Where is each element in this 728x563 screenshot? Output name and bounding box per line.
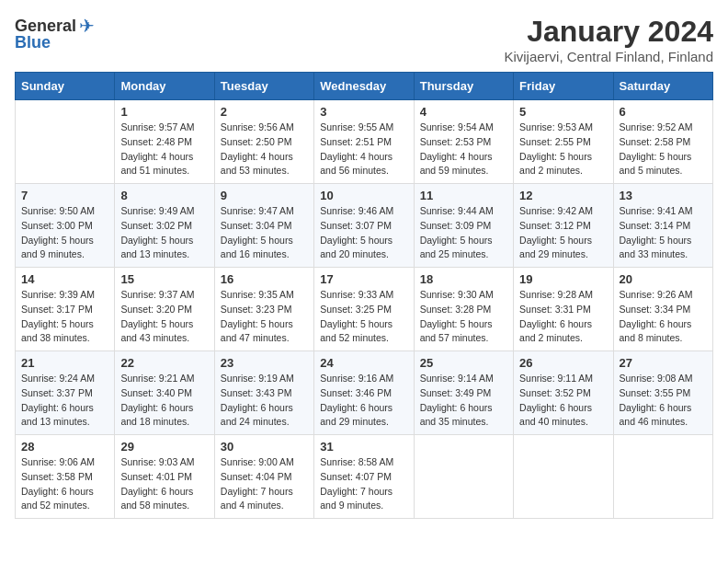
day-info: Sunrise: 9:30 AMSunset: 3:28 PMDaylight:… <box>420 288 507 346</box>
day-info: Sunrise: 9:55 AMSunset: 2:51 PMDaylight:… <box>320 121 407 178</box>
day-info: Sunrise: 9:56 AMSunset: 2:50 PMDaylight:… <box>221 121 308 178</box>
days-header-row: SundayMondayTuesdayWednesdayThursdayFrid… <box>16 73 713 100</box>
day-number: 15 <box>120 272 208 286</box>
calendar-cell: 13Sunrise: 9:41 AMSunset: 3:14 PMDayligh… <box>613 184 712 268</box>
day-number: 13 <box>620 189 707 202</box>
day-info: Sunrise: 9:08 AMSunset: 3:55 PMDaylight:… <box>620 372 707 430</box>
day-info: Sunrise: 9:35 AMSunset: 3:23 PMDaylight:… <box>221 288 308 346</box>
day-info: Sunrise: 9:16 AMSunset: 3:46 PMDaylight:… <box>320 372 407 430</box>
calendar-cell <box>414 435 513 519</box>
calendar-cell: 28Sunrise: 9:06 AMSunset: 3:58 PMDayligh… <box>16 435 115 519</box>
day-info: Sunrise: 9:37 AMSunset: 3:20 PMDaylight:… <box>120 288 208 346</box>
calendar-header: SundayMondayTuesdayWednesdayThursdayFrid… <box>16 73 713 100</box>
day-info: Sunrise: 9:39 AMSunset: 3:17 PMDaylight:… <box>21 288 108 346</box>
day-info: Sunrise: 9:54 AMSunset: 2:53 PMDaylight:… <box>420 121 507 178</box>
calendar-body: 1Sunrise: 9:57 AMSunset: 2:48 PMDaylight… <box>16 100 713 519</box>
day-info: Sunrise: 9:47 AMSunset: 3:04 PMDaylight:… <box>221 204 308 262</box>
day-info: Sunrise: 9:24 AMSunset: 3:37 PMDaylight:… <box>21 372 108 430</box>
calendar-cell <box>514 435 613 519</box>
calendar-subtitle: Kivijaervi, Central Finland, Finland <box>504 49 713 64</box>
day-info: Sunrise: 9:06 AMSunset: 3:58 PMDaylight:… <box>21 455 108 513</box>
day-number: 3 <box>320 105 407 119</box>
calendar-cell: 27Sunrise: 9:08 AMSunset: 3:55 PMDayligh… <box>613 351 712 435</box>
calendar-cell: 25Sunrise: 9:14 AMSunset: 3:49 PMDayligh… <box>414 351 513 435</box>
day-info: Sunrise: 9:41 AMSunset: 3:14 PMDaylight:… <box>620 204 707 262</box>
day-header-friday: Friday <box>514 73 613 100</box>
day-number: 2 <box>221 105 308 119</box>
title-area: January 2024 Kivijaervi, Central Finland… <box>504 15 713 64</box>
day-header-sunday: Sunday <box>16 73 115 100</box>
day-number: 23 <box>221 356 308 370</box>
day-info: Sunrise: 9:49 AMSunset: 3:02 PMDaylight:… <box>120 204 208 262</box>
day-header-thursday: Thursday <box>414 73 513 100</box>
day-info: Sunrise: 9:03 AMSunset: 4:01 PMDaylight:… <box>120 455 208 513</box>
day-info: Sunrise: 9:44 AMSunset: 3:09 PMDaylight:… <box>420 204 507 262</box>
calendar-cell: 19Sunrise: 9:28 AMSunset: 3:31 PMDayligh… <box>514 268 613 351</box>
calendar-cell <box>16 100 115 184</box>
day-number: 4 <box>420 105 507 119</box>
day-number: 31 <box>320 440 407 454</box>
day-number: 14 <box>21 272 108 286</box>
calendar-cell: 18Sunrise: 9:30 AMSunset: 3:28 PMDayligh… <box>414 268 513 351</box>
week-row-1: 1Sunrise: 9:57 AMSunset: 2:48 PMDaylight… <box>16 100 713 184</box>
day-info: Sunrise: 9:53 AMSunset: 2:55 PMDaylight:… <box>519 121 607 178</box>
calendar-cell: 10Sunrise: 9:46 AMSunset: 3:07 PMDayligh… <box>314 184 414 268</box>
day-number: 16 <box>221 272 308 286</box>
day-info: Sunrise: 9:50 AMSunset: 3:00 PMDaylight:… <box>21 204 108 262</box>
day-info: Sunrise: 9:21 AMSunset: 3:40 PMDaylight:… <box>120 372 208 430</box>
day-info: Sunrise: 9:00 AMSunset: 4:04 PMDaylight:… <box>221 455 308 513</box>
calendar-cell: 9Sunrise: 9:47 AMSunset: 3:04 PMDaylight… <box>214 184 313 268</box>
calendar-cell <box>613 435 712 519</box>
calendar-cell: 17Sunrise: 9:33 AMSunset: 3:25 PMDayligh… <box>314 268 414 351</box>
calendar-cell: 23Sunrise: 9:19 AMSunset: 3:43 PMDayligh… <box>214 351 313 435</box>
calendar-cell: 12Sunrise: 9:42 AMSunset: 3:12 PMDayligh… <box>514 184 613 268</box>
day-info: Sunrise: 9:19 AMSunset: 3:43 PMDaylight:… <box>221 372 308 430</box>
day-info: Sunrise: 9:57 AMSunset: 2:48 PMDaylight:… <box>120 121 208 178</box>
week-row-3: 14Sunrise: 9:39 AMSunset: 3:17 PMDayligh… <box>16 268 713 351</box>
day-number: 24 <box>320 356 407 370</box>
day-header-tuesday: Tuesday <box>214 73 313 100</box>
day-number: 26 <box>519 356 607 370</box>
day-number: 25 <box>420 356 507 370</box>
day-info: Sunrise: 9:14 AMSunset: 3:49 PMDaylight:… <box>420 372 507 430</box>
day-number: 29 <box>120 440 208 454</box>
calendar-title: January 2024 <box>504 15 713 49</box>
calendar-cell: 16Sunrise: 9:35 AMSunset: 3:23 PMDayligh… <box>214 268 313 351</box>
calendar-cell: 6Sunrise: 9:52 AMSunset: 2:58 PMDaylight… <box>613 100 712 184</box>
calendar-cell: 11Sunrise: 9:44 AMSunset: 3:09 PMDayligh… <box>414 184 513 268</box>
day-info: Sunrise: 8:58 AMSunset: 4:07 PMDaylight:… <box>320 455 407 513</box>
week-row-5: 28Sunrise: 9:06 AMSunset: 3:58 PMDayligh… <box>16 435 713 519</box>
day-number: 21 <box>21 356 108 370</box>
day-number: 30 <box>221 440 308 454</box>
calendar-cell: 1Sunrise: 9:57 AMSunset: 2:48 PMDaylight… <box>115 100 214 184</box>
week-row-4: 21Sunrise: 9:24 AMSunset: 3:37 PMDayligh… <box>16 351 713 435</box>
logo-bird-icon: ✈ <box>79 15 95 37</box>
day-header-wednesday: Wednesday <box>314 73 414 100</box>
day-info: Sunrise: 9:28 AMSunset: 3:31 PMDaylight:… <box>519 288 607 346</box>
week-row-2: 7Sunrise: 9:50 AMSunset: 3:00 PMDaylight… <box>16 184 713 268</box>
day-info: Sunrise: 9:33 AMSunset: 3:25 PMDaylight:… <box>320 288 407 346</box>
day-number: 6 <box>620 105 707 119</box>
calendar-cell: 26Sunrise: 9:11 AMSunset: 3:52 PMDayligh… <box>514 351 613 435</box>
calendar-cell: 21Sunrise: 9:24 AMSunset: 3:37 PMDayligh… <box>16 351 115 435</box>
day-number: 9 <box>221 189 308 202</box>
calendar-cell: 2Sunrise: 9:56 AMSunset: 2:50 PMDaylight… <box>214 100 313 184</box>
day-number: 1 <box>120 105 208 119</box>
calendar-cell: 7Sunrise: 9:50 AMSunset: 3:00 PMDaylight… <box>16 184 115 268</box>
day-number: 28 <box>21 440 108 454</box>
day-number: 17 <box>320 272 407 286</box>
day-header-monday: Monday <box>115 73 214 100</box>
day-number: 27 <box>620 356 707 370</box>
day-info: Sunrise: 9:42 AMSunset: 3:12 PMDaylight:… <box>519 204 607 262</box>
day-header-saturday: Saturday <box>613 73 712 100</box>
day-info: Sunrise: 9:26 AMSunset: 3:34 PMDaylight:… <box>620 288 707 346</box>
day-number: 10 <box>320 189 407 202</box>
calendar-cell: 30Sunrise: 9:00 AMSunset: 4:04 PMDayligh… <box>214 435 313 519</box>
day-info: Sunrise: 9:46 AMSunset: 3:07 PMDaylight:… <box>320 204 407 262</box>
calendar-cell: 5Sunrise: 9:53 AMSunset: 2:55 PMDaylight… <box>514 100 613 184</box>
calendar-cell: 20Sunrise: 9:26 AMSunset: 3:34 PMDayligh… <box>613 268 712 351</box>
header: General ✈ Blue January 2024 Kivijaervi, … <box>15 15 713 64</box>
day-info: Sunrise: 9:52 AMSunset: 2:58 PMDaylight:… <box>620 121 707 178</box>
day-number: 20 <box>620 272 707 286</box>
calendar-cell: 3Sunrise: 9:55 AMSunset: 2:51 PMDaylight… <box>314 100 414 184</box>
